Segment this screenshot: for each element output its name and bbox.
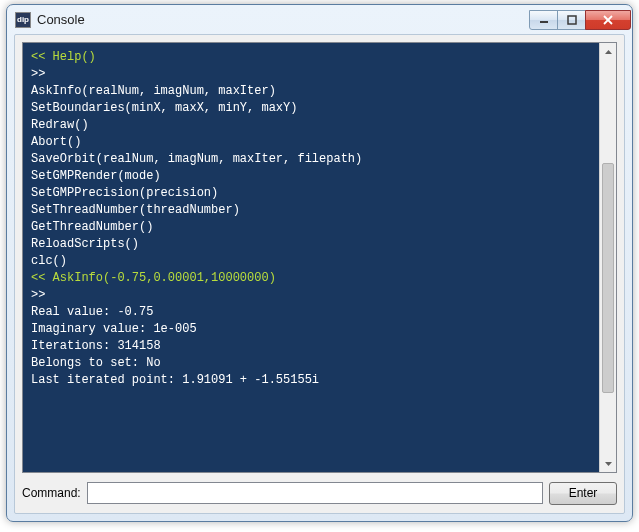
console-line: clc() <box>31 253 591 270</box>
maximize-icon <box>567 15 577 25</box>
chevron-down-icon <box>605 462 612 466</box>
svg-marker-4 <box>605 50 612 54</box>
console-line: Belongs to set: No <box>31 355 591 372</box>
command-row: Command: Enter <box>22 480 617 506</box>
vertical-scrollbar[interactable] <box>599 43 616 472</box>
chevron-up-icon <box>605 50 612 54</box>
svg-rect-0 <box>540 21 548 23</box>
console-line: Redraw() <box>31 117 591 134</box>
console-line: GetThreadNumber() <box>31 219 591 236</box>
command-label: Command: <box>22 486 81 500</box>
close-button[interactable] <box>585 10 631 30</box>
console-line: SaveOrbit(realNum, imagNum, maxIter, fil… <box>31 151 591 168</box>
svg-rect-1 <box>568 16 576 24</box>
console-line: >> <box>31 287 591 304</box>
app-window: dip Console << Help()>>AskInfo(realNum, … <box>6 4 633 522</box>
client-area: << Help()>>AskInfo(realNum, imagNum, max… <box>14 34 625 514</box>
app-icon: dip <box>15 12 31 28</box>
console-line: SetGMPRender(mode) <box>31 168 591 185</box>
console-line: AskInfo(realNum, imagNum, maxIter) <box>31 83 591 100</box>
console-line: Last iterated point: 1.91091 + -1.55155i <box>31 372 591 389</box>
console-text: << Help()>>AskInfo(realNum, imagNum, max… <box>23 43 599 472</box>
console-line: << AskInfo(-0.75,0.00001,10000000) <box>31 270 591 287</box>
minimize-button[interactable] <box>529 10 558 30</box>
console-line: SetBoundaries(minX, maxX, minY, maxY) <box>31 100 591 117</box>
console-line: ReloadScripts() <box>31 236 591 253</box>
scroll-thumb[interactable] <box>602 163 614 393</box>
console-line: Imaginary value: 1e-005 <box>31 321 591 338</box>
enter-button[interactable]: Enter <box>549 482 617 505</box>
maximize-button[interactable] <box>557 10 586 30</box>
console-line: Iterations: 314158 <box>31 338 591 355</box>
console-line: << Help() <box>31 49 591 66</box>
command-input[interactable] <box>87 482 543 504</box>
console-line: SetGMPPrecision(precision) <box>31 185 591 202</box>
console-output[interactable]: << Help()>>AskInfo(realNum, imagNum, max… <box>22 42 617 473</box>
console-line: SetThreadNumber(threadNumber) <box>31 202 591 219</box>
minimize-icon <box>539 15 549 25</box>
titlebar[interactable]: dip Console <box>7 5 632 34</box>
scroll-up-arrow[interactable] <box>600 43 616 60</box>
scroll-down-arrow[interactable] <box>600 455 616 472</box>
svg-marker-5 <box>605 462 612 466</box>
window-title: Console <box>37 12 530 27</box>
console-line: >> <box>31 66 591 83</box>
close-icon <box>602 15 614 25</box>
console-line: Real value: -0.75 <box>31 304 591 321</box>
console-line: Abort() <box>31 134 591 151</box>
window-buttons <box>530 10 631 30</box>
